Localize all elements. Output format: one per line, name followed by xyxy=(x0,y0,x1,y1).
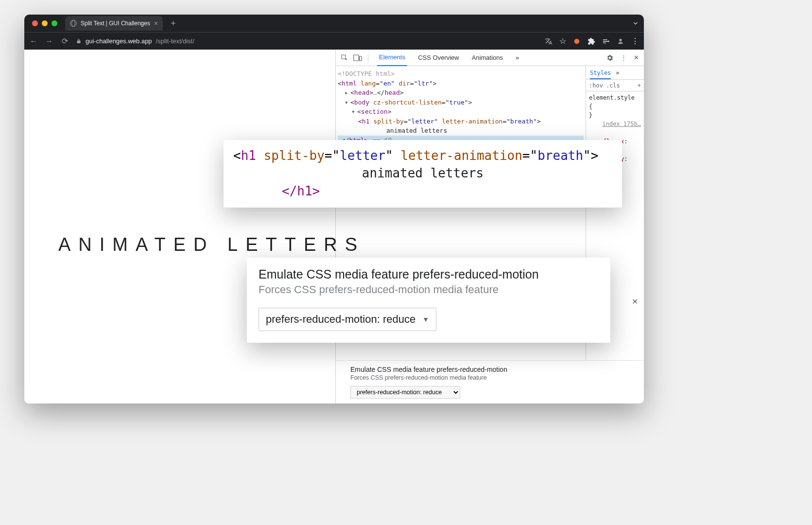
svg-point-1 xyxy=(619,38,622,41)
lock-icon xyxy=(76,38,82,44)
tab-strip: Split Text | GUI Challenges × + xyxy=(24,15,644,32)
browser-window: Split Text | GUI Challenges × + ← → ⟳ gu… xyxy=(24,15,644,403)
browser-chrome: Split Text | GUI Challenges × + ← → ⟳ gu… xyxy=(24,15,644,50)
rendering-subtitle: Forces CSS prefers-reduced-motion media … xyxy=(350,374,629,381)
overlay-code-snippet: <h1 split-by="letter" letter-animation="… xyxy=(224,140,622,208)
toolbar-icons: ☆ ⋮ xyxy=(545,36,639,46)
tab-styles[interactable]: Styles xyxy=(590,70,611,79)
settings-gear-icon[interactable] xyxy=(606,54,614,62)
devtools-close-icon[interactable]: ✕ xyxy=(634,54,639,61)
rendering-drawer: Emulate CSS media feature prefers-reduce… xyxy=(336,360,644,403)
overlay-h1-open: <h1 split-by="letter" letter-animation="… xyxy=(233,147,612,164)
new-tab-button[interactable]: + xyxy=(168,18,179,29)
tab-css-overview[interactable]: CSS Overview xyxy=(416,50,461,66)
window-zoom[interactable] xyxy=(52,20,57,26)
devtools-menu-icon[interactable]: ⋮ xyxy=(621,54,627,61)
devtools-pick-tools xyxy=(341,54,368,62)
forward-button[interactable]: → xyxy=(45,37,53,46)
chrome-menu-icon[interactable]: ⋮ xyxy=(631,36,639,46)
tabs-overflow[interactable]: » xyxy=(514,50,521,66)
overlay-render-subtitle: Forces CSS prefers-reduced-motion media … xyxy=(259,283,599,296)
tab-overflow-icon[interactable] xyxy=(632,20,639,27)
rendered-page: ANIMATED LETTERS xyxy=(24,50,335,403)
devtools-tabs: Elements CSS Overview Animations » ⋮ ✕ xyxy=(336,50,644,66)
url-path: /split-text/dist/ xyxy=(156,37,194,45)
drawer-close-icon[interactable]: ✕ xyxy=(632,297,638,306)
window-close[interactable] xyxy=(32,20,38,26)
element-style-open: element.style { xyxy=(589,93,641,111)
caret-down-icon: ▼ xyxy=(422,315,429,323)
inspect-element-icon[interactable] xyxy=(341,54,348,62)
cls-toggle[interactable]: .cls xyxy=(606,82,620,89)
styles-more[interactable]: » xyxy=(616,70,619,76)
styles-tabs: Styles » xyxy=(586,66,644,80)
new-style-rule-icon[interactable]: + xyxy=(638,82,641,89)
dom-body-open[interactable]: ▾<body cz-shortcut-listen="true"> xyxy=(338,98,584,107)
overlay-render-selected: prefers-reduced-motion: reduce xyxy=(266,313,415,326)
devtools-right-controls: ⋮ ✕ xyxy=(606,54,639,62)
dom-html-open[interactable]: <html lang="en" dir="ltr"> xyxy=(338,79,584,88)
overlay-rendering-card: Emulate CSS media feature prefers-reduce… xyxy=(247,258,610,343)
rendering-select[interactable]: prefers-reduced-motion: reduce xyxy=(350,386,460,399)
reading-list-icon[interactable] xyxy=(602,37,610,45)
extensions-puzzle-icon[interactable] xyxy=(587,37,595,45)
hov-toggle[interactable]: :hov xyxy=(589,82,603,89)
svg-point-0 xyxy=(574,38,580,44)
translate-icon[interactable] xyxy=(545,37,553,45)
rendering-title: Emulate CSS media feature prefers-reduce… xyxy=(350,366,629,373)
devtools-panel: Elements CSS Overview Animations » ⋮ ✕ <… xyxy=(335,50,644,403)
device-toolbar-icon[interactable] xyxy=(353,54,362,61)
browser-tab[interactable]: Split Text | GUI Challenges × xyxy=(65,16,163,31)
dom-h1-open[interactable]: <h1 split-by="letter" letter-animation="… xyxy=(338,117,584,126)
reload-button[interactable]: ⟳ xyxy=(60,36,69,46)
extension-lighthouse-icon[interactable] xyxy=(573,37,581,45)
window-controls xyxy=(29,20,60,26)
back-button[interactable]: ← xyxy=(29,37,38,46)
svg-rect-2 xyxy=(354,55,359,61)
tab-elements[interactable]: Elements xyxy=(377,50,407,66)
tab-title: Split Text | GUI Challenges xyxy=(81,20,150,27)
element-style-close: } xyxy=(589,111,641,120)
content-area: ANIMATED LETTERS Elements CSS Overview A… xyxy=(24,50,644,403)
dom-doctype: <!DOCTYPE html> xyxy=(338,69,584,79)
address-bar[interactable]: gui-challenges.web.app/split-text/dist/ xyxy=(76,37,538,45)
page-heading: ANIMATED LETTERS xyxy=(58,234,365,255)
url-host: gui-challenges.web.app xyxy=(86,37,152,45)
overlay-h1-text: animated letters xyxy=(233,164,612,182)
dom-section[interactable]: ▾<section> xyxy=(338,107,584,117)
dom-head[interactable]: ▸<head>…</head> xyxy=(338,88,584,98)
window-minimize[interactable] xyxy=(42,20,48,26)
styles-filter-bar: :hov .cls + xyxy=(586,80,644,91)
svg-rect-3 xyxy=(360,56,362,61)
overlay-render-select[interactable]: prefers-reduced-motion: reduce ▼ xyxy=(259,308,436,331)
rule-source[interactable]: index 175b… xyxy=(589,120,641,128)
globe-icon xyxy=(70,20,77,27)
dom-h1-text[interactable]: animated letters xyxy=(338,126,584,136)
profile-avatar-icon[interactable] xyxy=(617,37,624,45)
bookmark-star-icon[interactable]: ☆ xyxy=(559,36,566,46)
tab-close-icon[interactable]: × xyxy=(154,19,158,27)
overlay-h1-close: </h1> xyxy=(233,182,612,200)
overlay-render-title: Emulate CSS media feature prefers-reduce… xyxy=(259,267,599,281)
tab-animations[interactable]: Animations xyxy=(470,50,505,66)
browser-toolbar: ← → ⟳ gui-challenges.web.app/split-text/… xyxy=(24,32,644,50)
